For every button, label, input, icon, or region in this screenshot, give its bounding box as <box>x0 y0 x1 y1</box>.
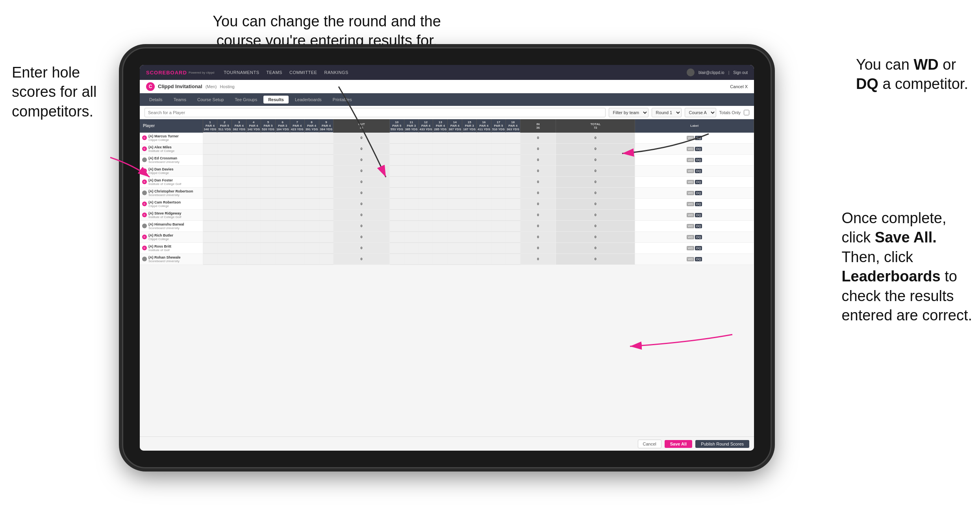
out-score[interactable]: 0 <box>333 154 389 165</box>
out-score[interactable]: 0 <box>333 187 389 198</box>
hole-16-score[interactable] <box>477 176 491 187</box>
hole-7-score[interactable] <box>290 253 304 264</box>
hole-18-score[interactable] <box>506 143 520 154</box>
hole-3-score[interactable] <box>232 220 246 231</box>
hole-2-score[interactable] <box>217 253 232 264</box>
hole-16-score[interactable] <box>477 154 491 165</box>
hole-6-score[interactable] <box>275 176 290 187</box>
hole-11-score[interactable] <box>404 165 419 176</box>
hole-14-score[interactable] <box>448 187 462 198</box>
total-score[interactable]: 0 <box>556 220 635 231</box>
hole-3-score[interactable] <box>232 154 246 165</box>
hole-6-score[interactable] <box>275 154 290 165</box>
wd-button[interactable]: WD <box>687 136 694 140</box>
total-score[interactable]: 0 <box>556 176 635 187</box>
hole-9-score[interactable] <box>319 133 333 144</box>
hole-9-score[interactable] <box>319 154 333 165</box>
wd-button[interactable]: WD <box>687 202 694 206</box>
hole-15-score[interactable] <box>462 154 477 165</box>
hole-6-score[interactable] <box>275 133 290 144</box>
hole-7-score[interactable] <box>290 198 304 209</box>
hole-4-score[interactable] <box>246 220 261 231</box>
in-score[interactable]: 0 <box>520 242 556 253</box>
hole-13-score[interactable] <box>433 198 448 209</box>
hole-7-score[interactable] <box>290 165 304 176</box>
in-score[interactable]: 0 <box>520 198 556 209</box>
hole-14-score[interactable] <box>448 242 462 253</box>
hole-11-score[interactable] <box>404 253 419 264</box>
hole-18-score[interactable] <box>506 242 520 253</box>
hole-8-score[interactable] <box>304 220 319 231</box>
hole-14-score[interactable] <box>448 154 462 165</box>
hole-18-score[interactable] <box>506 154 520 165</box>
hole-13-score[interactable] <box>433 253 448 264</box>
hole-9-score[interactable] <box>319 242 333 253</box>
wd-button[interactable]: WD <box>687 169 694 173</box>
hole-11-score[interactable] <box>404 176 419 187</box>
dq-button[interactable]: DQ <box>695 158 702 162</box>
out-score[interactable]: 0 <box>333 231 389 242</box>
hole-5-score[interactable] <box>261 220 276 231</box>
wd-button[interactable]: WD <box>687 147 694 151</box>
nav-link-tournaments[interactable]: TOURNAMENTS <box>224 70 259 75</box>
hole-14-score[interactable] <box>448 165 462 176</box>
hole-14-score[interactable] <box>448 220 462 231</box>
out-score[interactable]: 0 <box>333 242 389 253</box>
wd-button[interactable]: WD <box>687 257 694 261</box>
tab-details[interactable]: Details <box>144 96 167 104</box>
hole-16-score[interactable] <box>477 242 491 253</box>
hole-3-score[interactable] <box>232 198 246 209</box>
hole-10-score[interactable] <box>389 198 404 209</box>
hole-6-score[interactable] <box>275 187 290 198</box>
tab-leaderboards[interactable]: Leaderboards <box>290 96 326 104</box>
cancel-button[interactable]: Cancel <box>638 440 661 448</box>
out-score[interactable]: 0 <box>333 253 389 264</box>
out-score[interactable]: 0 <box>333 176 389 187</box>
hole-1-score[interactable] <box>203 209 217 220</box>
in-score[interactable]: 0 <box>520 209 556 220</box>
publish-button[interactable]: Publish Round Scores <box>695 440 749 448</box>
hole-1-score[interactable] <box>203 198 217 209</box>
hole-2-score[interactable] <box>217 143 232 154</box>
hole-17-score[interactable] <box>491 198 506 209</box>
hole-14-score[interactable] <box>448 253 462 264</box>
hole-9-score[interactable] <box>319 253 333 264</box>
hole-5-score[interactable] <box>261 154 276 165</box>
hole-10-score[interactable] <box>389 231 404 242</box>
hole-16-score[interactable] <box>477 143 491 154</box>
hole-15-score[interactable] <box>462 253 477 264</box>
hole-18-score[interactable] <box>506 187 520 198</box>
hole-9-score[interactable] <box>319 176 333 187</box>
hole-16-score[interactable] <box>477 165 491 176</box>
hole-2-score[interactable] <box>217 231 232 242</box>
hole-13-score[interactable] <box>433 220 448 231</box>
tab-course-setup[interactable]: Course Setup <box>193 96 228 104</box>
hole-10-score[interactable] <box>389 187 404 198</box>
hole-7-score[interactable] <box>290 133 304 144</box>
hole-4-score[interactable] <box>246 253 261 264</box>
hole-11-score[interactable] <box>404 198 419 209</box>
hole-7-score[interactable] <box>290 242 304 253</box>
hole-7-score[interactable] <box>290 209 304 220</box>
out-score[interactable]: 0 <box>333 133 389 144</box>
dq-button[interactable]: DQ <box>695 224 702 228</box>
hole-9-score[interactable] <box>319 231 333 242</box>
dq-button[interactable]: DQ <box>695 136 702 140</box>
hole-17-score[interactable] <box>491 220 506 231</box>
hole-16-score[interactable] <box>477 198 491 209</box>
hole-17-score[interactable] <box>491 154 506 165</box>
in-score[interactable]: 0 <box>520 253 556 264</box>
hole-8-score[interactable] <box>304 209 319 220</box>
wd-button[interactable]: WD <box>687 224 694 228</box>
hole-6-score[interactable] <box>275 220 290 231</box>
hole-2-score[interactable] <box>217 187 232 198</box>
out-score[interactable]: 0 <box>333 209 389 220</box>
hole-1-score[interactable] <box>203 220 217 231</box>
out-score[interactable]: 0 <box>333 220 389 231</box>
hole-1-score[interactable] <box>203 165 217 176</box>
round-select[interactable]: Round 1 <box>652 108 682 117</box>
hole-16-score[interactable] <box>477 231 491 242</box>
hole-12-score[interactable] <box>419 187 433 198</box>
hole-12-score[interactable] <box>419 133 433 144</box>
hole-18-score[interactable] <box>506 253 520 264</box>
